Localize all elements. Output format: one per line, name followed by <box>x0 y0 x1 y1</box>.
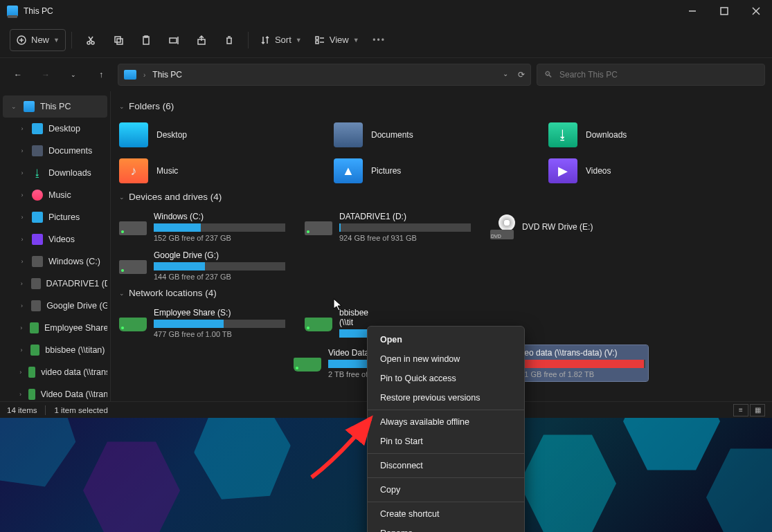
up-button[interactable]: ↑ <box>90 64 112 86</box>
nav-bar: ← → ⌄ ↑ › This PC ⌄ ⟳ 🔍︎ Search This PC <box>0 58 772 91</box>
address-dropdown-icon[interactable]: ⌄ <box>503 70 508 80</box>
sidebar-item-this-pc[interactable]: ⌄This PC <box>3 95 107 118</box>
sidebar-item[interactable]: ›Videos <box>3 228 107 250</box>
svg-rect-15 <box>170 38 177 43</box>
network-drive-icon <box>305 308 332 331</box>
sidebar-item[interactable]: ›Google Drive (G:) <box>3 295 107 317</box>
sidebar-item[interactable]: ›Documents <box>3 140 107 162</box>
folder-tile[interactable]: ⭳Downloads <box>546 118 746 152</box>
chevron-down-icon: ⌄ <box>119 194 125 201</box>
this-pc-icon <box>7 6 18 17</box>
command-bar: New ▼ Sort ▼ View ▼ ••• <box>0 22 772 58</box>
drive-name: Windows (C:) <box>154 212 285 221</box>
drive-tile[interactable]: Google Drive (G:)144 GB free of 237 GB <box>116 248 288 284</box>
breadcrumb-location[interactable]: This PC <box>152 70 182 80</box>
context-menu[interactable]: OpenOpen in new windowPin to Quick acces… <box>367 326 525 532</box>
sidebar-item[interactable]: ›⭳Downloads <box>3 162 107 184</box>
group-header[interactable]: ⌄Devices and drives (4) <box>119 192 762 202</box>
refresh-button[interactable]: ⟳ <box>518 70 525 80</box>
sidebar-item[interactable]: ›Video Data (\\trans-store) (X:) <box>3 383 107 401</box>
network-drive-icon <box>119 308 147 331</box>
paste-button[interactable] <box>133 29 159 51</box>
navigation-pane[interactable]: ⌄This PC›Desktop›Documents›⭳Downloads›Mu… <box>0 91 111 401</box>
drive-tile[interactable]: Windows (C:)152 GB free of 237 GB <box>116 209 288 245</box>
context-menu-item[interactable]: Copy <box>368 480 524 499</box>
context-menu-item[interactable]: Disconnect <box>368 456 524 475</box>
context-menu-item[interactable]: Pin to Start <box>368 432 524 451</box>
network-drive-icon <box>294 348 321 372</box>
view-button[interactable]: View ▼ <box>309 29 365 51</box>
drive-name: bbisbee(\\tit <box>339 308 471 327</box>
drive-free-text: 477 GB free of 1.00 TB <box>154 330 285 338</box>
rename-button[interactable] <box>161 29 187 51</box>
cut-button[interactable] <box>78 29 104 51</box>
folder-tile[interactable]: Documents <box>331 118 532 152</box>
search-placeholder: Search This PC <box>559 70 618 80</box>
drive-name: DATADRIVE1 (D:) <box>339 212 471 221</box>
storage-bar <box>154 320 285 328</box>
sidebar-item[interactable]: ›video data (\\trans-data) (V:) <box>3 361 107 383</box>
drive-tile[interactable]: DATADRIVE1 (D:)924 GB free of 931 GB <box>302 209 474 245</box>
folder-tile[interactable]: ▶Videos <box>546 154 746 187</box>
folder-name: Music <box>156 166 178 176</box>
window-title: This PC <box>24 6 53 16</box>
folder-name: Desktop <box>156 130 187 140</box>
sidebar-item[interactable]: ›DATADRIVE1 (D:) <box>3 273 107 295</box>
forward-button[interactable]: → <box>35 64 57 86</box>
drive-free-text: 924 GB free of 931 GB <box>339 234 471 242</box>
context-menu-item[interactable]: Create shortcut <box>368 504 524 524</box>
maximize-button[interactable] <box>708 0 740 22</box>
context-menu-item[interactable]: Open in new window <box>368 349 524 369</box>
context-menu-item[interactable]: Open <box>368 330 524 349</box>
titlebar[interactable]: This PC <box>0 0 772 22</box>
sidebar-item[interactable]: ›Windows (C:) <box>3 250 107 273</box>
drive-icon <box>305 212 332 235</box>
delete-button[interactable] <box>216 29 242 51</box>
sort-button[interactable]: Sort ▼ <box>254 29 307 51</box>
breadcrumb-separator-icon: › <box>143 71 145 79</box>
folder-tile[interactable]: Desktop <box>116 118 317 152</box>
drive-tile[interactable]: DVDDVD RW Drive (E:) <box>487 209 654 245</box>
share-button[interactable] <box>188 29 215 51</box>
status-selected-count: 1 item selected <box>54 406 107 414</box>
drive-free-text: 152 GB free of 237 GB <box>154 234 285 242</box>
search-box[interactable]: 🔍︎ Search This PC <box>537 64 765 86</box>
dvd-drive-icon: DVD <box>490 214 515 239</box>
sidebar-item[interactable]: ›bbisbee (\\titan) (T:) <box>3 339 107 361</box>
context-menu-item[interactable]: Pin to Quick access <box>368 369 524 388</box>
menu-separator <box>368 502 524 502</box>
thumb-view-button[interactable]: ▦ <box>750 404 765 416</box>
new-button[interactable]: New ▼ <box>10 29 66 51</box>
address-bar[interactable]: › This PC ⌄ ⟳ <box>118 64 531 86</box>
minimize-button[interactable] <box>676 0 708 22</box>
close-button[interactable] <box>740 0 772 22</box>
drive-name: DVD RW Drive (E:) <box>522 222 593 232</box>
details-view-button[interactable]: ≡ <box>733 404 748 416</box>
svg-rect-12 <box>117 39 123 44</box>
folder-name: Documents <box>371 130 413 140</box>
folder-tile[interactable]: ▲Pictures <box>331 154 532 187</box>
recent-chevron[interactable]: ⌄ <box>62 64 84 86</box>
back-button[interactable]: ← <box>7 64 29 86</box>
drive-name: Employee Share (S:) <box>154 308 285 318</box>
context-menu-item[interactable]: Restore previous versions <box>368 388 524 407</box>
chevron-down-icon: ▼ <box>53 37 60 44</box>
menu-separator <box>368 477 524 478</box>
sidebar-item[interactable]: ›Desktop <box>3 118 107 140</box>
copy-button[interactable] <box>105 29 132 51</box>
group-header[interactable]: ⌄Network locations (4) <box>119 288 762 298</box>
menu-separator <box>368 410 524 410</box>
folder-icon <box>119 122 148 147</box>
sidebar-item[interactable]: ›Pictures <box>3 206 107 228</box>
more-button[interactable]: ••• <box>366 29 393 51</box>
svg-point-7 <box>87 42 90 44</box>
storage-bar <box>514 360 645 368</box>
group-header[interactable]: ⌄Folders (6) <box>119 101 762 111</box>
sidebar-item[interactable]: ›Music <box>3 184 107 206</box>
sidebar-item[interactable]: ›Employee Share (S:) <box>3 317 107 339</box>
context-menu-item[interactable]: Rename <box>368 524 524 532</box>
storage-bar <box>339 223 471 232</box>
network-location-tile[interactable]: Employee Share (S:)477 GB free of 1.00 T… <box>116 305 288 342</box>
folder-tile[interactable]: ♪Music <box>116 154 317 187</box>
context-menu-item[interactable]: Always available offline <box>368 412 524 432</box>
